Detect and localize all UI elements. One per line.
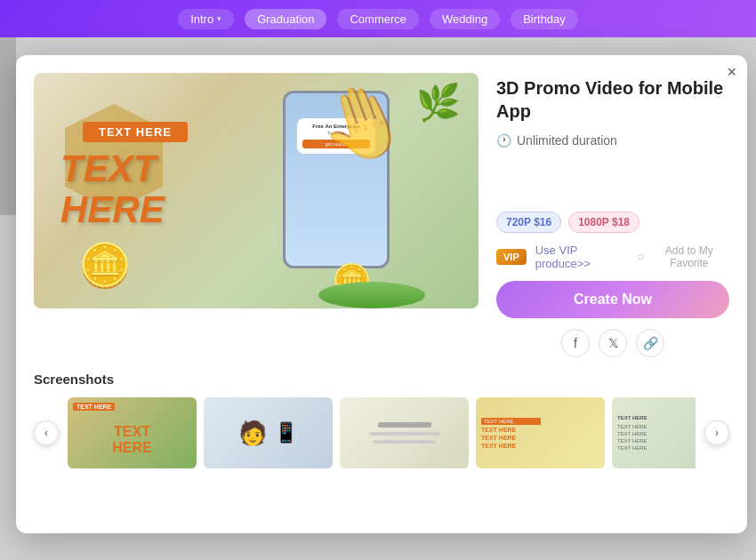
thumb-3-inner bbox=[340, 397, 469, 468]
nav-tab-intro[interactable]: Intro ▾ bbox=[178, 9, 234, 29]
price-badge-720p[interactable]: 720P $16 bbox=[496, 212, 561, 233]
thumb-2-inner: 🧑 📱 bbox=[204, 397, 333, 468]
thumb-5-title: TEXT HERE bbox=[617, 415, 696, 420]
product-preview-image: TEXT HERE TEXTHERE Free An Enterprise Tr… bbox=[34, 73, 479, 308]
thumb-4-inner: TEXT HERE TEXT HERE TEXT HERE TEXT HERE bbox=[476, 397, 605, 468]
product-modal: × TEXT HERE TEXTHERE Free An Enterprise bbox=[16, 55, 747, 533]
thumb-1-text: TEXTHERE bbox=[112, 424, 151, 456]
thumbnail-4[interactable]: TEXT HERE TEXT HERE TEXT HERE TEXT HERE bbox=[476, 397, 605, 468]
thumb-5-text-1: TEXT HERE bbox=[617, 424, 696, 429]
clock-icon: 🕐 bbox=[496, 133, 511, 148]
thumbnail-3[interactable] bbox=[340, 397, 469, 468]
screenshots-row: ‹ TEXT HERE TEXTHERE bbox=[34, 397, 729, 468]
thumb-1-banner: TEXT HERE bbox=[73, 403, 115, 411]
thumb-5-text-4: TEXT HERE bbox=[617, 445, 696, 451]
nav-tab-commerce[interactable]: Commerce bbox=[337, 9, 419, 29]
thumb-2-decoration: 📱 bbox=[274, 421, 298, 444]
star-icon: ☆ bbox=[636, 251, 646, 263]
thumb-4-text-1: TEXT HERE bbox=[481, 427, 599, 433]
share-row: f 𝕏 🔗 bbox=[496, 329, 729, 357]
favorite-label: Add to My Favorite bbox=[649, 244, 729, 269]
nav-tab-wedding[interactable]: Wedding bbox=[430, 9, 500, 29]
nav-tab-birthday[interactable]: Birthday bbox=[511, 9, 578, 29]
thumb-2-figure: 🧑 bbox=[238, 420, 267, 447]
nav-tab-graduation[interactable]: Graduation bbox=[245, 9, 326, 29]
thumb-3-line-2 bbox=[374, 440, 436, 444]
thumb-4-content: TEXT HERE TEXT HERE TEXT HERE TEXT HERE bbox=[476, 412, 605, 454]
platform-decoration bbox=[318, 282, 425, 308]
vip-produce-link[interactable]: Use VIP produce>> bbox=[535, 244, 627, 270]
modal-top-section: TEXT HERE TEXTHERE Free An Enterprise Tr… bbox=[16, 55, 747, 372]
sidebar-hint bbox=[0, 37, 16, 215]
screenshots-section: Screenshots ‹ TEXT HERE TEXTHERE bbox=[16, 372, 747, 483]
nav-tab-birthday-label: Birthday bbox=[523, 12, 566, 26]
plants-decoration: 🌿 bbox=[416, 82, 461, 124]
link-icon: 🔗 bbox=[643, 336, 658, 350]
vip-row: VIP Use VIP produce>> ☆ Add to My Favori… bbox=[496, 244, 729, 270]
thumb-3-lines bbox=[353, 415, 456, 451]
thumbnail-1[interactable]: TEXT HERE TEXTHERE bbox=[68, 397, 197, 468]
vip-badge: VIP bbox=[496, 249, 527, 265]
screenshots-title: Screenshots bbox=[34, 372, 729, 387]
carousel-prev-button[interactable]: ‹ bbox=[34, 420, 59, 445]
twitter-icon: 𝕏 bbox=[608, 336, 618, 350]
thumb-5-text-3: TEXT HERE bbox=[617, 438, 696, 444]
share-twitter-button[interactable]: 𝕏 bbox=[599, 329, 627, 357]
nav-tab-intro-label: Intro bbox=[190, 12, 213, 26]
nav-tab-wedding-label: Wedding bbox=[442, 12, 487, 26]
thumb-3-line-title bbox=[378, 422, 431, 428]
modal-body: TEXT HERE TEXTHERE Free An Enterprise Tr… bbox=[16, 55, 747, 533]
thumb-5-inner: TEXT HERE TEXT HERE TEXT HERE TEXT HERE … bbox=[612, 397, 696, 468]
nav-tab-graduation-label: Graduation bbox=[257, 12, 314, 26]
thumb-1-inner: TEXT HERE TEXTHERE bbox=[68, 397, 197, 468]
thumb-4-text-3: TEXT HERE bbox=[481, 443, 599, 449]
carousel-next-button[interactable]: › bbox=[704, 420, 729, 445]
text-here-big: TEXTHERE bbox=[60, 148, 165, 230]
create-now-button[interactable]: Create Now bbox=[496, 281, 729, 318]
top-nav-bar: Intro ▾ Graduation Commerce Wedding Birt… bbox=[0, 0, 756, 37]
coin-decoration-1: 🪙 bbox=[78, 241, 132, 291]
nav-tab-commerce-label: Commerce bbox=[350, 12, 406, 26]
close-button[interactable]: × bbox=[727, 64, 736, 80]
thumbnail-2[interactable]: 🧑 📱 bbox=[204, 397, 333, 468]
price-badge-1080p[interactable]: 1080P $18 bbox=[568, 212, 639, 233]
facebook-icon: f bbox=[574, 336, 577, 350]
thumb-5-content: TEXT HERE TEXT HERE TEXT HERE TEXT HERE … bbox=[612, 410, 696, 456]
background-area: × TEXT HERE TEXTHERE Free An Enterprise bbox=[0, 37, 756, 560]
duration-label: Unlimited duration bbox=[517, 133, 617, 148]
duration-row: 🕐 Unlimited duration bbox=[496, 133, 729, 148]
nav-tab-intro-arrow: ▾ bbox=[217, 14, 221, 23]
share-link-button[interactable]: 🔗 bbox=[636, 329, 664, 357]
text-here-banner: TEXT HERE bbox=[83, 122, 188, 142]
product-info-panel: 3D Promo Video for Mobile App 🕐 Unlimite… bbox=[496, 73, 729, 357]
thumb-5-text-2: TEXT HERE bbox=[617, 431, 696, 436]
thumbnail-5[interactable]: TEXT HERE TEXT HERE TEXT HERE TEXT HERE … bbox=[612, 397, 696, 468]
product-title: 3D Promo Video for Mobile App bbox=[496, 76, 729, 123]
share-facebook-button[interactable]: f bbox=[561, 329, 590, 357]
thumb-3-line-1 bbox=[369, 432, 440, 436]
add-to-favorite-button[interactable]: ☆ Add to My Favorite bbox=[636, 244, 729, 269]
thumbnails-container: TEXT HERE TEXTHERE 🧑 📱 bbox=[68, 397, 696, 468]
thumb-4-banner: TEXT HERE bbox=[481, 418, 541, 425]
price-row: 720P $16 1080P $18 bbox=[496, 212, 729, 233]
thumb-4-text-2: TEXT HERE bbox=[481, 435, 599, 441]
